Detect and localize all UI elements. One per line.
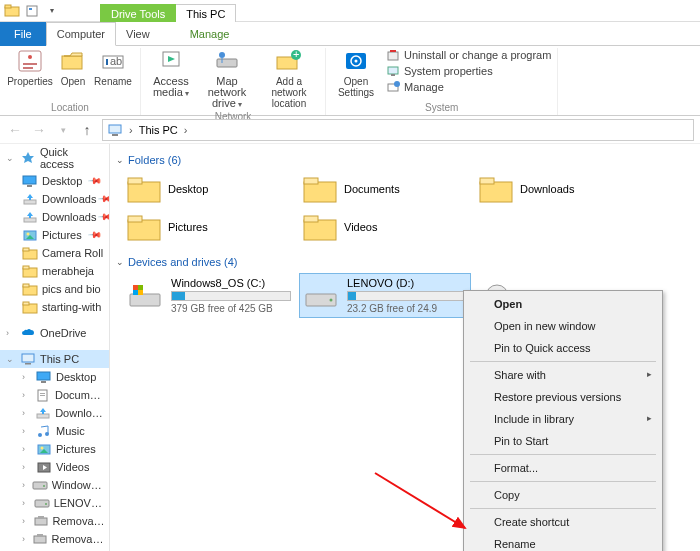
sidebar-item-pictures[interactable]: Pictures📌 <box>0 226 109 244</box>
sidebar-item-starting-with[interactable]: starting-with <box>0 298 109 316</box>
address-bar[interactable]: This PC <box>102 119 694 141</box>
folder-label: Downloads <box>520 183 574 195</box>
ctx-pin-start[interactable]: Pin to Start <box>466 430 660 452</box>
sidebar-this-pc[interactable]: ⌄ This PC <box>0 350 109 368</box>
drive-windows8-os-c-[interactable]: Windows8_OS (C:)379 GB free of 425 GB <box>124 274 294 317</box>
computer-tab[interactable]: Computer <box>46 22 116 46</box>
ctx-format[interactable]: Format... <box>466 457 660 479</box>
sidebar-onedrive[interactable]: › OneDrive <box>0 324 109 342</box>
contextual-tab-drive-tools[interactable]: Drive Tools <box>100 4 176 22</box>
open-button[interactable]: Open <box>56 48 90 87</box>
sidebar-item-merabheja[interactable]: merabheja <box>0 262 109 280</box>
sidebar-item-label: merabheja <box>42 265 94 277</box>
breadcrumb-this-pc[interactable]: This PC <box>139 124 178 136</box>
svg-point-22 <box>355 60 358 63</box>
chevron-down-icon: ⌄ <box>116 257 124 267</box>
drives-group-header[interactable]: ⌄ Devices and drives (4) <box>114 252 700 274</box>
drive-lenovo-d-[interactable]: LENOVO (D:)23.2 GB free of 24.9 <box>300 274 470 317</box>
drive-name-label: Windows8_OS (C:) <box>171 277 291 289</box>
sidebar-item-label: Downloads <box>55 407 105 419</box>
add-network-location-button[interactable]: + Add a network location <box>259 48 319 109</box>
access-media-label: Access media <box>147 76 195 99</box>
title-bar: ▾ Drive Tools This PC <box>0 0 700 22</box>
sidebar-item-downloads[interactable]: Downloads📌 <box>0 190 109 208</box>
recent-dropdown[interactable]: ▾ <box>54 125 72 135</box>
drive-name-label: LENOVO (D:) <box>347 277 467 289</box>
svg-rect-46 <box>23 284 29 287</box>
uninstall-icon <box>386 48 400 62</box>
sidebar-item-desktop[interactable]: Desktop📌 <box>0 172 109 190</box>
sidebar-item-downloads[interactable]: Downloads📌 <box>0 208 109 226</box>
svg-point-16 <box>219 52 225 58</box>
ctx-open-new-window[interactable]: Open in new window <box>466 315 660 337</box>
system-properties-button[interactable]: System properties <box>386 64 551 78</box>
sidebar-quick-access[interactable]: ⌄ Quick access <box>0 144 109 172</box>
ctx-rename[interactable]: Rename <box>466 533 660 551</box>
sidebar-item-pictures[interactable]: ›Pictures <box>0 440 109 458</box>
sidebar-item-windows8-os-c-[interactable]: ›Windows8_OS (C:) <box>0 476 109 494</box>
svg-point-90 <box>330 298 333 301</box>
svg-rect-83 <box>130 294 160 306</box>
ctx-restore-previous[interactable]: Restore previous versions <box>466 386 660 408</box>
file-tab[interactable]: File <box>0 22 46 46</box>
breadcrumb-sep-icon[interactable] <box>182 124 190 136</box>
folder-label: Videos <box>344 221 377 233</box>
view-tab[interactable]: View <box>116 22 160 46</box>
svg-rect-72 <box>37 534 43 537</box>
rename-button[interactable]: ab Rename <box>92 48 134 87</box>
sidebar-item-camera-roll[interactable]: Camera Roll <box>0 244 109 262</box>
pin-icon: 📌 <box>98 192 109 207</box>
manage-label: Manage <box>404 81 444 93</box>
sidebar-item-label: Documents <box>55 389 105 401</box>
folder-pictures[interactable]: Pictures <box>124 210 294 244</box>
folder-desktop[interactable]: Desktop <box>124 172 294 206</box>
sidebar-item-label: Music <box>56 425 85 437</box>
sidebar-item-downloads[interactable]: ›Downloads <box>0 404 109 422</box>
ctx-include-library[interactable]: Include in library <box>466 408 660 430</box>
manage-tab[interactable]: Manage <box>180 22 240 46</box>
forward-button[interactable]: → <box>30 122 48 138</box>
sidebar-item-lenovo-d-[interactable]: ›LENOVO (D:) <box>0 494 109 512</box>
svg-rect-33 <box>27 185 32 187</box>
sidebar-item-removable-disk-i-[interactable]: ›Removable Disk (I:) <box>0 530 109 548</box>
folders-group-header[interactable]: ⌄ Folders (6) <box>114 150 700 172</box>
svg-point-28 <box>394 81 400 87</box>
uninstall-label: Uninstall or change a program <box>404 49 551 61</box>
properties-qat-icon[interactable] <box>24 4 40 18</box>
qat-dropdown-icon[interactable]: ▾ <box>44 4 60 18</box>
drive-icon <box>34 496 50 510</box>
breadcrumb-sep-icon[interactable] <box>127 124 135 136</box>
sidebar-quick-access-label: Quick access <box>40 146 105 170</box>
sidebar-item-music[interactable]: ›Music <box>0 422 109 440</box>
folder-downloads[interactable]: Downloads <box>476 172 646 206</box>
desktop-icon <box>36 370 52 384</box>
svg-point-5 <box>28 55 32 59</box>
map-network-drive-button[interactable]: Map network drive <box>197 48 257 110</box>
ctx-copy[interactable]: Copy <box>466 484 660 506</box>
downloads-icon <box>35 406 51 420</box>
folder-videos[interactable]: Videos <box>300 210 470 244</box>
sidebar-item-desktop[interactable]: ›Desktop <box>0 368 109 386</box>
ctx-create-shortcut[interactable]: Create shortcut <box>466 511 660 533</box>
sidebar-item-label: Pictures <box>56 443 96 455</box>
access-media-button[interactable]: Access media <box>147 48 195 99</box>
add-network-icon: + <box>274 48 304 74</box>
ctx-pin-quick-access[interactable]: Pin to Quick access <box>466 337 660 359</box>
sidebar-item-documents[interactable]: ›Documents <box>0 386 109 404</box>
sidebar-item-pics-and-bio[interactable]: pics and bio <box>0 280 109 298</box>
manage-button[interactable]: Manage <box>386 80 551 94</box>
svg-rect-55 <box>40 395 45 396</box>
open-settings-button[interactable]: Open Settings <box>332 48 380 98</box>
uninstall-program-button[interactable]: Uninstall or change a program <box>386 48 551 62</box>
folder-documents[interactable]: Documents <box>300 172 470 206</box>
sidebar-item-removable-disk[interactable]: ›Removable Disk <box>0 512 109 530</box>
sidebar-item-videos[interactable]: ›Videos <box>0 458 109 476</box>
back-button[interactable]: ← <box>6 122 24 138</box>
properties-button[interactable]: Properties <box>6 48 54 87</box>
ctx-open[interactable]: Open <box>466 293 660 315</box>
sidebar-item-label: Camera Roll <box>42 247 103 259</box>
pin-icon: 📌 <box>88 228 103 243</box>
up-button[interactable]: ↑ <box>78 122 96 138</box>
svg-text:ab: ab <box>110 55 122 67</box>
ctx-share-with[interactable]: Share with <box>466 364 660 386</box>
